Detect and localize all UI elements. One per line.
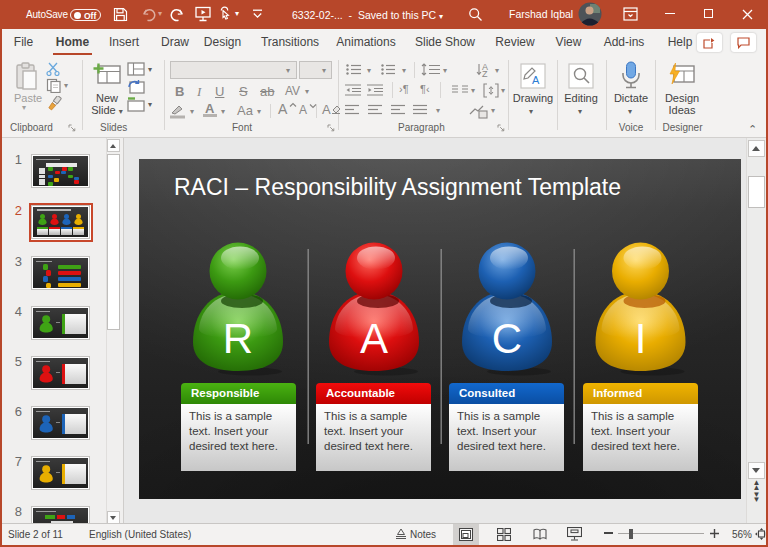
svg-text:A: A bbox=[532, 74, 540, 86]
svg-text:R: R bbox=[223, 315, 253, 362]
svg-text:A: A bbox=[360, 315, 388, 362]
svg-text:I: I bbox=[635, 315, 647, 362]
svg-text:C: C bbox=[492, 315, 522, 362]
svg-text:Z: Z bbox=[482, 69, 488, 78]
